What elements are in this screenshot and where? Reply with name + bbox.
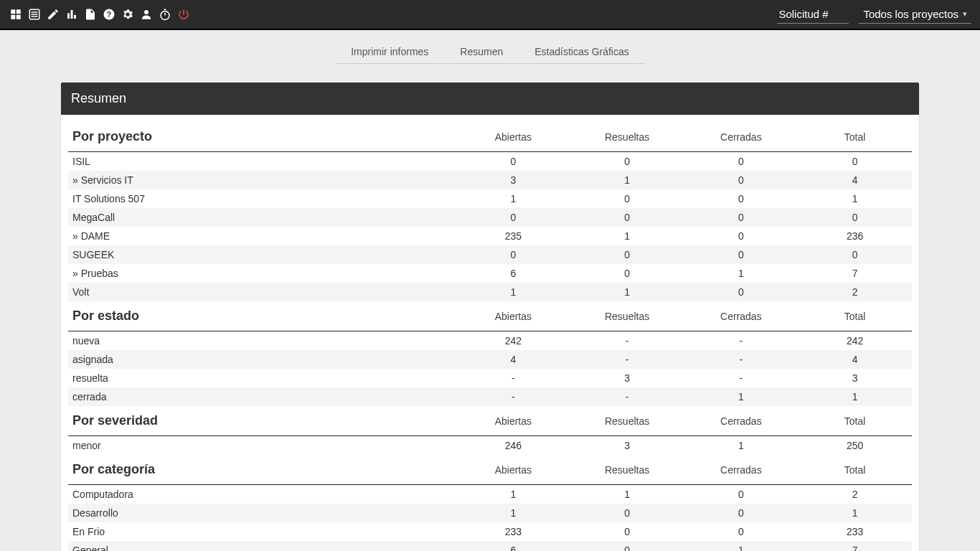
summary-table: Por severidadAbiertasResueltasCerradasTo… xyxy=(68,406,912,455)
cell-resueltas: - xyxy=(570,350,684,369)
cell-abiertas: 0 xyxy=(456,245,570,264)
cell-total: 7 xyxy=(798,541,912,551)
project-selector[interactable]: Todos los proyectos xyxy=(859,5,971,24)
document-icon[interactable] xyxy=(83,7,98,22)
tab-graphical-stats[interactable]: Estadísticas Gráficas xyxy=(519,40,645,64)
svg-rect-9 xyxy=(71,10,73,19)
panel-title: Resumen xyxy=(61,83,919,115)
table-row: General6017 xyxy=(68,541,912,551)
svg-rect-1 xyxy=(17,9,21,14)
list-icon[interactable] xyxy=(27,7,42,22)
cell-resueltas: 0 xyxy=(570,189,684,208)
row-name: MegaCall xyxy=(68,208,456,227)
svg-rect-16 xyxy=(164,9,166,11)
table-row: menor24631250 xyxy=(68,436,912,456)
cell-abiertas: 1 xyxy=(456,189,570,208)
svg-rect-3 xyxy=(17,15,21,19)
row-name: » Pruebas xyxy=(68,264,456,283)
topbar: ? Solicitud # Todos los proyectos xyxy=(0,0,980,30)
cell-resueltas: 0 xyxy=(570,264,684,283)
column-header-cerradas: Cerradas xyxy=(684,455,798,485)
cell-resueltas: 1 xyxy=(570,227,684,245)
svg-rect-10 xyxy=(74,15,76,19)
row-name: General xyxy=(68,541,456,551)
dashboard-icon[interactable] xyxy=(9,7,23,22)
column-header-resueltas: Resueltas xyxy=(570,301,684,331)
cell-cerradas: 0 xyxy=(684,485,798,504)
summary-table: Por categoríaAbiertasResueltasCerradasTo… xyxy=(68,455,912,551)
cell-resueltas: - xyxy=(570,331,684,351)
summary-panel: Resumen Por proyectoAbiertasResueltasCer… xyxy=(61,83,919,551)
table-row: Computadora1102 xyxy=(68,485,912,504)
svg-text:?: ? xyxy=(107,10,111,19)
column-header-total: Total xyxy=(798,122,912,152)
cell-total: 1 xyxy=(798,387,912,406)
column-header-total: Total xyxy=(798,406,912,436)
table-row: resuelta-3-3 xyxy=(68,369,912,387)
table-row: Desarrollo1001 xyxy=(68,504,912,522)
column-header-abiertas: Abiertas xyxy=(456,455,570,485)
search-input[interactable]: Solicitud # xyxy=(777,5,849,24)
cell-resueltas: 0 xyxy=(570,152,684,171)
table-row: nueva242--242 xyxy=(68,331,912,351)
user-icon[interactable] xyxy=(139,7,154,22)
cell-abiertas: 6 xyxy=(456,264,570,283)
section-title: Por categoría xyxy=(68,455,456,485)
cell-cerradas: - xyxy=(684,331,798,351)
column-header-abiertas: Abiertas xyxy=(456,301,570,331)
cell-abiertas: - xyxy=(456,369,570,387)
project-selector-label: Todos los proyectos xyxy=(863,8,958,20)
cell-total: 3 xyxy=(798,369,912,387)
cell-total: 242 xyxy=(798,331,912,351)
table-row: cerrada--11 xyxy=(68,387,912,406)
stopwatch-icon[interactable] xyxy=(158,7,172,22)
table-row: » Pruebas6017 xyxy=(68,264,912,283)
column-header-abiertas: Abiertas xyxy=(456,122,570,152)
cell-resueltas: 1 xyxy=(570,171,684,189)
tab-summary[interactable]: Resumen xyxy=(444,40,519,64)
column-header-abiertas: Abiertas xyxy=(456,406,570,436)
cell-resueltas: - xyxy=(570,387,684,406)
cell-cerradas: 0 xyxy=(684,283,798,301)
table-row: » Servicios IT3104 xyxy=(68,171,912,189)
row-name: Volt xyxy=(68,283,456,301)
cell-resueltas: 0 xyxy=(570,541,684,551)
cell-cerradas: 1 xyxy=(684,541,798,551)
cell-total: 250 xyxy=(798,436,912,456)
row-name: » DAME xyxy=(68,227,456,245)
cell-abiertas: 3 xyxy=(456,171,570,189)
column-header-cerradas: Cerradas xyxy=(684,122,798,152)
table-row: MegaCall0000 xyxy=(68,208,912,227)
row-name: SUGEEK xyxy=(68,245,456,264)
row-name: Computadora xyxy=(68,485,456,504)
power-icon[interactable] xyxy=(176,7,191,22)
help-icon[interactable]: ? xyxy=(102,7,116,22)
column-header-resueltas: Resueltas xyxy=(570,122,684,152)
cell-resueltas: 0 xyxy=(570,522,684,541)
chart-icon[interactable] xyxy=(65,7,79,22)
gear-icon[interactable] xyxy=(121,7,135,22)
cell-resueltas: 0 xyxy=(570,245,684,264)
row-name: resuelta xyxy=(68,369,456,387)
section-title: Por estado xyxy=(68,301,456,331)
section-title: Por proyecto xyxy=(68,122,456,152)
cell-resueltas: 3 xyxy=(570,369,684,387)
cell-cerradas: 0 xyxy=(684,245,798,264)
topbar-right: Solicitud # Todos los proyectos xyxy=(777,5,971,24)
cell-abiertas: 235 xyxy=(456,227,570,245)
cell-total: 1 xyxy=(798,189,912,208)
cell-total: 0 xyxy=(798,245,912,264)
cell-total: 1 xyxy=(798,504,912,522)
cell-abiertas: 6 xyxy=(456,541,570,551)
cell-abiertas: 242 xyxy=(456,331,570,351)
summary-sections: Por proyectoAbiertasResueltasCerradasTot… xyxy=(61,115,919,551)
edit-icon[interactable] xyxy=(46,7,60,22)
cell-cerradas: - xyxy=(684,369,798,387)
cell-total: 4 xyxy=(798,350,912,369)
tab-print-reports[interactable]: Imprimir informes xyxy=(335,40,444,64)
cell-resueltas: 1 xyxy=(570,485,684,504)
cell-abiertas: 0 xyxy=(456,152,570,171)
cell-abiertas: 1 xyxy=(456,283,570,301)
topbar-left-icons: ? xyxy=(9,7,191,22)
svg-rect-0 xyxy=(11,9,15,14)
